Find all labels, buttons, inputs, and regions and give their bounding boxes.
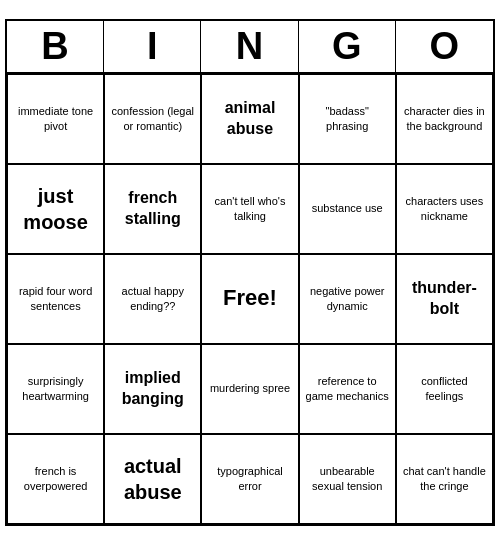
bingo-letter-i: I [104,21,201,72]
bingo-cell-13: negative power dynamic [299,254,396,344]
bingo-cell-0: immediate tone pivot [7,74,104,164]
bingo-cell-9: characters uses nickname [396,164,493,254]
bingo-cell-2: animal abuse [201,74,298,164]
bingo-cell-24: chat can't handle the cringe [396,434,493,524]
bingo-letter-n: N [201,21,298,72]
bingo-cell-18: reference to game mechanics [299,344,396,434]
bingo-cell-7: can't tell who's talking [201,164,298,254]
bingo-cell-6: french stalling [104,164,201,254]
bingo-letter-b: B [7,21,104,72]
bingo-cell-14: thunder-bolt [396,254,493,344]
bingo-cell-21: actual abuse [104,434,201,524]
bingo-card: BINGO immediate tone pivotconfession (le… [5,19,495,526]
bingo-cell-15: surprisingly heartwarming [7,344,104,434]
bingo-header: BINGO [7,21,493,74]
bingo-grid: immediate tone pivotconfession (legal or… [7,74,493,524]
bingo-cell-23: unbearable sexual tension [299,434,396,524]
bingo-letter-g: G [299,21,396,72]
bingo-cell-5: just moose [7,164,104,254]
bingo-cell-1: confession (legal or romantic) [104,74,201,164]
bingo-letter-o: O [396,21,493,72]
bingo-cell-12: Free! [201,254,298,344]
bingo-cell-20: french is overpowered [7,434,104,524]
bingo-cell-16: implied banging [104,344,201,434]
bingo-cell-22: typographical error [201,434,298,524]
bingo-cell-8: substance use [299,164,396,254]
bingo-cell-19: conflicted feelings [396,344,493,434]
bingo-cell-17: murdering spree [201,344,298,434]
bingo-cell-3: "badass" phrasing [299,74,396,164]
bingo-cell-11: actual happy ending?? [104,254,201,344]
bingo-cell-10: rapid four word sentences [7,254,104,344]
bingo-cell-4: character dies in the background [396,74,493,164]
